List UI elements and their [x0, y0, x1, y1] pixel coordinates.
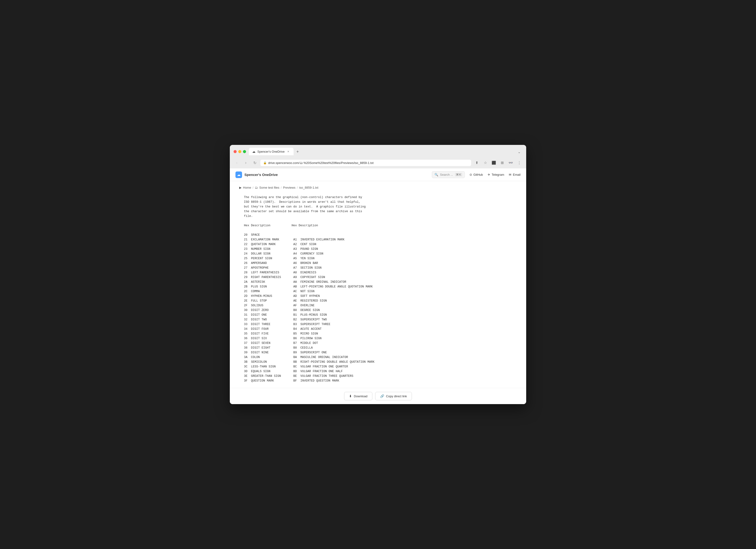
- breadcrumb-sep-1: /: [253, 186, 254, 189]
- browser-window: ☁ Spencer's OneDrive ✕ + ⌄ ‹ › ↻ 🔒 drive…: [230, 145, 526, 404]
- active-tab[interactable]: ☁ Spencer's OneDrive ✕: [249, 148, 294, 155]
- app-brand: ☁ Spencer's OneDrive: [235, 171, 278, 178]
- breadcrumb-sep-3: /: [297, 186, 298, 189]
- github-icon: ⊙: [470, 173, 472, 176]
- toolbar-right: ⬆ ☆ ⬛ ⊞ 👓 ⋮: [473, 159, 522, 166]
- new-tab-button[interactable]: +: [294, 148, 301, 155]
- download-icon: ⬇: [349, 394, 352, 398]
- forward-button[interactable]: ›: [243, 159, 249, 166]
- breadcrumb-folder[interactable]: Some test files: [259, 186, 279, 189]
- brand-name: Spencer's OneDrive: [244, 173, 278, 177]
- tab-label: Spencer's OneDrive: [257, 150, 285, 153]
- breadcrumb-previews[interactable]: Previews: [283, 186, 295, 189]
- search-placeholder: Search ...: [440, 173, 453, 176]
- tabs-row: ☁ Spencer's OneDrive ✕ + ⌄: [249, 148, 522, 155]
- close-button[interactable]: [234, 150, 237, 153]
- title-bar: ☁ Spencer's OneDrive ✕ + ⌄: [230, 145, 526, 158]
- address-input[interactable]: 🔒 drive.spencerwoo.com/🗂 %20Some%20test%…: [260, 160, 471, 166]
- download-button[interactable]: ⬇ Download: [344, 392, 372, 400]
- chevron-down-icon[interactable]: ⌄: [516, 149, 522, 155]
- copy-link-button[interactable]: 🔗 Copy direct link: [375, 392, 412, 400]
- bookmark-button[interactable]: ☆: [482, 159, 489, 166]
- email-label: Email: [513, 173, 521, 176]
- breadcrumb-home[interactable]: Home: [243, 186, 251, 189]
- github-link[interactable]: ⊙ GitHub: [470, 173, 483, 176]
- home-icon: ▶: [239, 186, 242, 189]
- copy-link-icon: 🔗: [380, 394, 384, 398]
- tab-icon: ☁: [252, 150, 255, 153]
- download-label: Download: [354, 394, 367, 398]
- secure-icon: 🔒: [263, 161, 267, 164]
- shortcut-cmd: ⌘: [456, 173, 459, 176]
- cloud-icon: ☁: [237, 173, 240, 177]
- header-actions: 🔍 Search ... ⌘ K ⊙ GitHub ✈ Telegram ✉ E…: [432, 171, 521, 178]
- maximize-button[interactable]: [243, 150, 246, 153]
- github-label: GitHub: [473, 173, 483, 176]
- title-bar-top: ☁ Spencer's OneDrive ✕ + ⌄: [234, 148, 522, 155]
- url-text: drive.spencerwoo.com/🗂 %20Some%20test%20…: [268, 161, 374, 165]
- app-header: ☁ Spencer's OneDrive 🔍 Search ... ⌘ K ⊙ …: [230, 168, 526, 181]
- breadcrumb-sep-2: /: [281, 186, 282, 189]
- search-box[interactable]: 🔍 Search ... ⌘ K: [432, 171, 465, 178]
- telegram-label: Telegram: [492, 173, 504, 176]
- extension-button[interactable]: ⬛: [490, 159, 497, 166]
- telegram-icon: ✈: [488, 173, 490, 176]
- breadcrumb: ▶ Home / 🗂 Some test files / Previews / …: [239, 186, 517, 189]
- extensions-button[interactable]: ⊞: [499, 159, 505, 166]
- search-icon: 🔍: [434, 173, 438, 176]
- folder-icon: 🗂: [255, 186, 258, 189]
- breadcrumb-file: iso_8859-1.txt: [299, 186, 318, 189]
- share-button[interactable]: ⬆: [473, 159, 480, 166]
- main-content: ▶ Home / 🗂 Some test files / Previews / …: [230, 181, 526, 388]
- telegram-link[interactable]: ✈ Telegram: [488, 173, 504, 176]
- address-bar: ‹ › ↻ 🔒 drive.spencerwoo.com/🗂 %20Some%2…: [230, 158, 526, 168]
- email-link[interactable]: ✉ Email: [509, 173, 521, 176]
- reload-button[interactable]: ↻: [251, 159, 258, 166]
- minimize-button[interactable]: [238, 150, 241, 153]
- shortcut-key: K: [459, 173, 461, 176]
- search-shortcut: ⌘ K: [455, 173, 462, 176]
- back-button[interactable]: ‹: [234, 159, 240, 166]
- email-icon: ✉: [509, 173, 511, 176]
- file-content: The following are the graphical (non-con…: [239, 195, 517, 383]
- brand-icon: ☁: [235, 171, 242, 178]
- action-bar: ⬇ Download 🔗 Copy direct link: [230, 388, 526, 404]
- menu-button[interactable]: ⋮: [516, 159, 522, 166]
- tab-close-button[interactable]: ✕: [286, 150, 290, 153]
- copy-link-label: Copy direct link: [386, 394, 407, 398]
- window-controls: [234, 150, 246, 153]
- reading-mode-button[interactable]: 👓: [507, 159, 514, 166]
